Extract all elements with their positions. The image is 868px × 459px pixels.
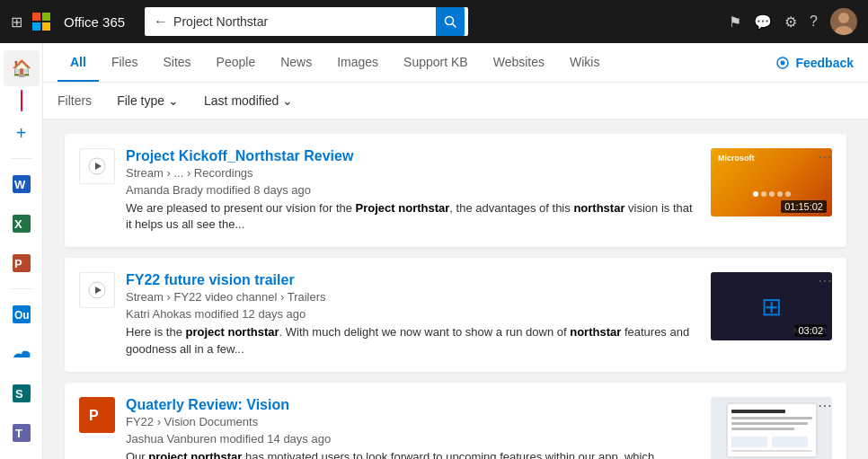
- svg-point-21: [781, 60, 785, 65]
- filters-label: Filters: [58, 93, 92, 108]
- tabs: All Files Sites People News Images Suppo…: [58, 44, 775, 82]
- tab-images[interactable]: Images: [324, 44, 391, 82]
- result-item: Project Kickoff_Northstar Review Stream …: [65, 134, 846, 247]
- sidebar-item-onedrive[interactable]: [4, 336, 40, 372]
- tab-news[interactable]: News: [268, 44, 324, 82]
- apps-grid-icon[interactable]: ⊞: [11, 13, 22, 31]
- settings-icon[interactable]: ⚙: [784, 13, 797, 31]
- svg-marker-25: [95, 287, 102, 294]
- sidebar: 🏠 + W X P Ou S T: [0, 43, 43, 459]
- svg-text:P: P: [14, 257, 22, 270]
- sidebar-item-outlook[interactable]: Ou: [4, 296, 40, 332]
- sidebar-item-teams[interactable]: T: [4, 415, 40, 451]
- result-title[interactable]: Project Kickoff_Northstar Review: [126, 148, 700, 164]
- user-avatar[interactable]: [830, 8, 857, 35]
- last-modified-label: Last modified: [204, 93, 279, 108]
- svg-rect-3: [42, 22, 50, 31]
- svg-text:Ou: Ou: [14, 309, 30, 322]
- search-submit-button[interactable]: [436, 7, 465, 36]
- svg-rect-33: [772, 437, 808, 447]
- result-body: FY22 future vision trailer Stream › FY22…: [126, 272, 700, 357]
- last-modified-chevron-icon: ⌄: [282, 93, 293, 108]
- result-path: Stream › ... › Recordings: [126, 166, 700, 180]
- result-title[interactable]: Quaterly Review: Vision: [126, 397, 700, 413]
- topbar-icons: ⚑ 💬 ⚙ ?: [729, 8, 857, 35]
- svg-rect-30: [731, 422, 808, 425]
- search-input[interactable]: [173, 14, 436, 29]
- windows-logo: ⊞: [761, 292, 782, 322]
- last-modified-filter[interactable]: Last modified ⌄: [197, 90, 300, 111]
- sidebar-item-add[interactable]: +: [4, 115, 40, 151]
- svg-rect-29: [731, 417, 812, 419]
- svg-rect-1: [42, 13, 50, 21]
- chat-icon[interactable]: 💬: [754, 13, 772, 31]
- more-options-button[interactable]: ⋯: [814, 393, 836, 418]
- main-layout: 🏠 + W X P Ou S T: [0, 43, 868, 459]
- feedback-label: Feedback: [795, 56, 854, 70]
- powerpoint-icon: P: [79, 397, 115, 433]
- filters-bar: Filters File type ⌄ Last modified ⌄: [43, 83, 868, 119]
- search-back-button[interactable]: ←: [148, 13, 173, 30]
- microsoft-logo: [31, 12, 51, 31]
- sidebar-item-sharepoint[interactable]: S: [4, 375, 40, 411]
- svg-rect-34: [731, 450, 812, 452]
- svg-line-5: [453, 24, 456, 28]
- result-meta: Katri Ahokas modified 12 days ago: [126, 307, 700, 321]
- video-icon: [79, 148, 115, 184]
- top-navbar: ⊞ Office 365 ← ⚑ 💬 ⚙ ?: [0, 0, 868, 43]
- svg-text:W: W: [14, 178, 26, 191]
- sidebar-item-home[interactable]: 🏠: [4, 50, 40, 86]
- dot: [777, 191, 783, 197]
- result-body: Quaterly Review: Vision FY22 › Vision Do…: [126, 397, 700, 459]
- result-path: FY22 › Vision Documents: [126, 415, 700, 428]
- result-path: Stream › FY22 video channel › Trailers: [126, 290, 700, 304]
- search-bar: ←: [145, 7, 468, 36]
- thumbnail-doc-preview: [722, 399, 821, 459]
- svg-point-6: [838, 13, 849, 23]
- result-item: FY22 future vision trailer Stream › FY22…: [65, 258, 846, 371]
- more-options-button[interactable]: ⋯: [814, 145, 836, 169]
- flag-icon[interactable]: ⚑: [729, 13, 741, 31]
- result-snippet: Our project northstar has motivated user…: [126, 449, 700, 459]
- svg-rect-28: [731, 410, 785, 413]
- svg-text:P: P: [89, 408, 99, 423]
- more-options-button[interactable]: ⋯: [814, 269, 836, 293]
- tab-sites[interactable]: Sites: [150, 44, 203, 82]
- video-icon: [79, 272, 115, 308]
- results-area: Project Kickoff_Northstar Review Stream …: [43, 119, 868, 459]
- svg-rect-0: [32, 13, 40, 21]
- tab-all[interactable]: All: [58, 44, 99, 82]
- sidebar-item-word[interactable]: W: [4, 166, 40, 202]
- sidebar-item-powerpoint[interactable]: P: [4, 245, 40, 281]
- svg-text:X: X: [14, 217, 22, 231]
- svg-text:S: S: [15, 387, 23, 401]
- tab-files[interactable]: Files: [99, 44, 151, 82]
- tab-bar: All Files Sites People News Images Suppo…: [43, 43, 868, 83]
- sidebar-item-excel[interactable]: X: [4, 206, 40, 242]
- tab-wikis[interactable]: Wikis: [557, 44, 612, 82]
- result-title[interactable]: FY22 future vision trailer: [126, 272, 700, 288]
- dot: [761, 191, 766, 197]
- dot: [753, 191, 758, 197]
- result-body: Project Kickoff_Northstar Review Stream …: [126, 148, 700, 233]
- help-icon[interactable]: ?: [810, 13, 818, 30]
- office365-label: Office 365: [64, 14, 125, 30]
- result-snippet: We are pleased to present our vision for…: [126, 200, 700, 233]
- result-snippet: Here is the project northstar. With much…: [126, 324, 700, 357]
- feedback-button[interactable]: Feedback: [775, 56, 854, 70]
- svg-rect-32: [731, 437, 767, 447]
- plus-icon: +: [16, 123, 27, 144]
- svg-rect-31: [731, 428, 794, 430]
- tab-people[interactable]: People: [204, 44, 269, 82]
- result-meta: Amanda Brady modified 8 days ago: [126, 183, 700, 197]
- svg-marker-23: [95, 163, 102, 170]
- file-type-filter[interactable]: File type ⌄: [110, 90, 186, 111]
- tab-websites[interactable]: Websites: [481, 44, 557, 82]
- thumb-duration: 03:02: [794, 324, 827, 337]
- file-type-label: File type: [117, 93, 164, 108]
- tab-support-kb[interactable]: Support KB: [391, 44, 481, 82]
- svg-rect-2: [32, 22, 40, 31]
- thumb-ms-label: Microsoft: [718, 154, 755, 163]
- progress-dots: [711, 191, 832, 197]
- dot: [785, 191, 791, 197]
